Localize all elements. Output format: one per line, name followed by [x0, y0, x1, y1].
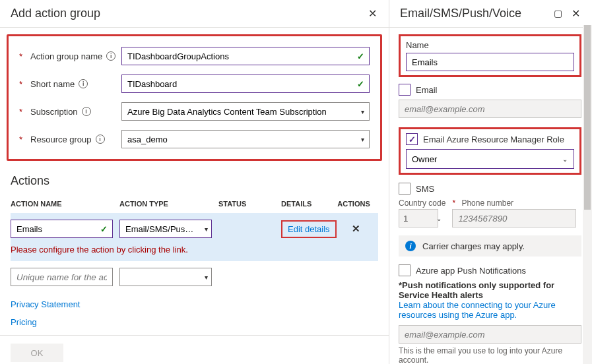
close-icon[interactable]: ✕ — [367, 7, 378, 20]
push-checkbox-row: Azure app Push Notifications — [399, 264, 581, 276]
row-action-group-name: *Action group namei ✓ — [19, 47, 370, 65]
arm-checkbox[interactable] — [406, 133, 418, 145]
left-header: Add action group ✕ — [0, 0, 389, 28]
carrier-banner: i Carrier charges may apply. — [399, 235, 581, 257]
carrier-msg: Carrier charges may apply. — [422, 241, 525, 251]
email-input[interactable] — [399, 100, 581, 118]
check-icon: ✓ — [357, 51, 364, 61]
info-icon[interactable]: i — [82, 107, 91, 116]
remove-action-icon[interactable]: ✕ — [337, 223, 376, 235]
action-group-form: *Action group namei ✓ *Short namei ✓ *Su… — [7, 34, 382, 161]
scroll-thumb[interactable] — [584, 25, 591, 210]
subscription-select[interactable]: Azure Big Data Analytics Content Team Su… — [121, 102, 370, 121]
push-label: Azure app Push Notifications — [416, 266, 526, 276]
action-row: ✓ Email/SMS/Push/V... ▾ Edit details ✕ — [11, 213, 378, 241]
sms-label: SMS — [416, 184, 434, 194]
short-name-input[interactable] — [121, 75, 370, 93]
label-resource-group: Resource group — [30, 135, 92, 144]
action-group-name-input[interactable] — [121, 47, 370, 65]
maximize-icon[interactable]: ▢ — [552, 7, 564, 20]
empty-type-select[interactable] — [119, 268, 212, 286]
phone-label: Phone number — [461, 198, 513, 208]
label-short-name: Short name — [30, 79, 75, 89]
th-action-name: ACTION NAME — [11, 200, 119, 208]
email-checkbox-row: Email — [399, 84, 581, 96]
close-icon[interactable]: ✕ — [570, 7, 581, 20]
right-content: Name Email Email Azure Resource Manager … — [389, 28, 592, 364]
action-type-select[interactable]: Email/SMS/Push/V... — [119, 220, 212, 238]
right-header: Email/SMS/Push/Voice ▢ ✕ — [389, 0, 592, 28]
info-icon[interactable]: i — [106, 51, 115, 61]
scrollbar[interactable] — [583, 25, 592, 364]
push-learn-link[interactable]: Learn about the connecting to your Azure… — [399, 300, 581, 320]
sms-inputs: Country code 1 ⌄ * Phone number — [399, 198, 581, 228]
push-checkbox[interactable] — [399, 264, 411, 276]
name-label: Name — [406, 40, 574, 50]
email-checkbox[interactable] — [399, 84, 411, 96]
unique-name-input[interactable] — [11, 268, 113, 286]
info-icon: i — [405, 241, 416, 251]
name-input[interactable] — [406, 53, 574, 71]
push-note: *Push notifications only supported for S… — [399, 280, 581, 300]
sms-checkbox-row: SMS — [399, 183, 581, 195]
row-subscription: *Subscriptioni Azure Big Data Analytics … — [19, 102, 370, 121]
country-code-label: Country code — [399, 198, 445, 208]
info-icon[interactable]: i — [79, 79, 88, 88]
push-email-input[interactable] — [399, 325, 581, 344]
pricing-link[interactable]: Pricing — [11, 317, 378, 327]
arm-highlight: Email Azure Resource Manager Role Owner … — [399, 127, 581, 175]
th-status: STATUS — [218, 200, 281, 208]
actions-table-header: ACTION NAME ACTION TYPE STATUS DETAILS A… — [11, 195, 378, 213]
arm-role-select[interactable]: Owner — [406, 149, 574, 169]
arm-checkbox-row: Email Azure Resource Manager Role — [406, 133, 574, 145]
resource-group-select[interactable]: asa_demo — [121, 130, 370, 148]
right-title: Email/SMS/Push/Voice — [400, 7, 521, 20]
config-message: Please configure the action by clicking … — [11, 241, 378, 261]
left-title: Add action group — [11, 7, 100, 20]
left-footer: OK — [0, 335, 389, 364]
check-icon: ✓ — [100, 224, 108, 234]
country-code-select[interactable]: 1 — [399, 209, 438, 228]
links-section: Privacy Statement Pricing — [0, 299, 389, 335]
privacy-link[interactable]: Privacy Statement — [11, 299, 378, 309]
action-name-input[interactable] — [11, 220, 113, 238]
action-row-empty: ▾ — [11, 261, 378, 293]
arm-label: Email Azure Resource Manager Role — [423, 135, 564, 144]
row-resource-group: *Resource groupi asa_demo ▾ — [19, 130, 370, 148]
label-subscription: Subscription — [30, 107, 78, 117]
push-help: This is the email you use to log into yo… — [399, 346, 581, 364]
th-actions: ACTIONS — [334, 200, 374, 208]
sms-checkbox[interactable] — [399, 183, 411, 195]
email-sms-push-voice-panel: Email/SMS/Push/Voice ▢ ✕ Name Email Emai… — [389, 0, 592, 364]
add-action-group-panel: Add action group ✕ *Action group namei ✓… — [0, 0, 389, 364]
row-short-name: *Short namei ✓ — [19, 75, 370, 93]
actions-title: Actions — [11, 174, 378, 188]
name-highlight: Name — [399, 34, 581, 77]
email-label: Email — [416, 85, 438, 95]
th-details: DETAILS — [281, 200, 334, 208]
phone-input[interactable] — [452, 209, 576, 228]
label-action-group-name: Action group name — [30, 51, 102, 61]
check-icon: ✓ — [357, 79, 364, 89]
ok-button[interactable]: OK — [11, 344, 63, 362]
actions-section: Actions ACTION NAME ACTION TYPE STATUS D… — [0, 167, 389, 299]
info-icon[interactable]: i — [96, 135, 105, 144]
th-action-type: ACTION TYPE — [119, 200, 218, 208]
edit-details-link[interactable]: Edit details — [281, 220, 337, 238]
